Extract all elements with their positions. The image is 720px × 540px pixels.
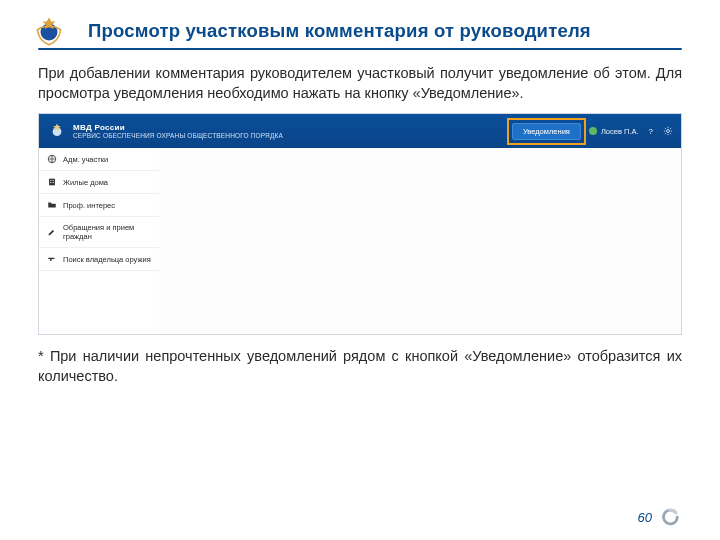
app-content [159, 148, 681, 334]
brand-line2: СЕРВИС ОБЕСПЕЧЕНИЯ ОХРАНЫ ОБЩЕСТВЕННОГО … [73, 132, 283, 139]
globe-icon [47, 154, 57, 164]
folder-icon [47, 200, 57, 210]
mvd-emblem-icon [32, 14, 66, 48]
app-topbar: МВД России СЕРВИС ОБЕСПЕЧЕНИЯ ОХРАНЫ ОБЩ… [39, 114, 681, 148]
sidebar-item-prof[interactable]: Проф. интерес [39, 194, 159, 217]
intro-paragraph: При добавлении комментария руководителем… [38, 64, 682, 103]
footnote: * При наличии непрочтенных уведомлений р… [38, 347, 682, 386]
svg-rect-15 [50, 182, 51, 183]
sidebar-item-houses[interactable]: Жилые дома [39, 171, 159, 194]
svg-line-9 [670, 128, 671, 129]
page-number: 60 [638, 510, 652, 525]
svg-rect-16 [53, 182, 54, 183]
user-block[interactable]: Лосев П.А. [589, 127, 639, 136]
app-emblem-icon [47, 121, 67, 141]
title-divider [38, 48, 682, 50]
sidebar: Адм. участки Жилые дома Проф. интерес Об… [39, 148, 160, 334]
page-number-wrap: 60 [638, 506, 680, 528]
sidebar-item-label: Проф. интерес [63, 201, 115, 210]
svg-line-8 [670, 133, 671, 134]
gun-icon [47, 254, 57, 264]
sidebar-item-label: Поиск владельца оружия [63, 255, 151, 264]
sidebar-item-label: Адм. участки [63, 155, 108, 164]
swirl-icon [658, 506, 680, 528]
status-dot-icon [589, 127, 597, 135]
help-icon[interactable]: ? [649, 127, 653, 136]
svg-rect-13 [50, 180, 51, 181]
sidebar-item-label: Жилые дома [63, 178, 108, 187]
notification-button[interactable]: Уведомления [512, 123, 581, 140]
svg-rect-14 [53, 180, 54, 181]
notification-wrap: Уведомления [512, 123, 581, 140]
brand-line1: МВД России [73, 124, 283, 132]
sidebar-item-weapon[interactable]: Поиск владельца оружия [39, 248, 159, 271]
building-icon [47, 177, 57, 187]
svg-line-10 [665, 133, 666, 134]
user-name: Лосев П.А. [601, 127, 639, 136]
edit-icon [47, 227, 57, 237]
sidebar-item-label: Обращения и прием граждан [63, 223, 151, 241]
gear-icon[interactable] [663, 126, 673, 136]
svg-rect-12 [49, 179, 55, 186]
sidebar-item-areas[interactable]: Адм. участки [39, 148, 159, 171]
app-screenshot: МВД России СЕРВИС ОБЕСПЕЧЕНИЯ ОХРАНЫ ОБЩ… [38, 113, 682, 335]
svg-point-2 [667, 130, 670, 133]
svg-line-7 [665, 128, 666, 129]
sidebar-item-appeals[interactable]: Обращения и прием граждан [39, 217, 159, 248]
brand-block: МВД России СЕРВИС ОБЕСПЕЧЕНИЯ ОХРАНЫ ОБЩ… [73, 124, 283, 139]
slide-title: Просмотр участковым комментария от руков… [88, 20, 686, 42]
